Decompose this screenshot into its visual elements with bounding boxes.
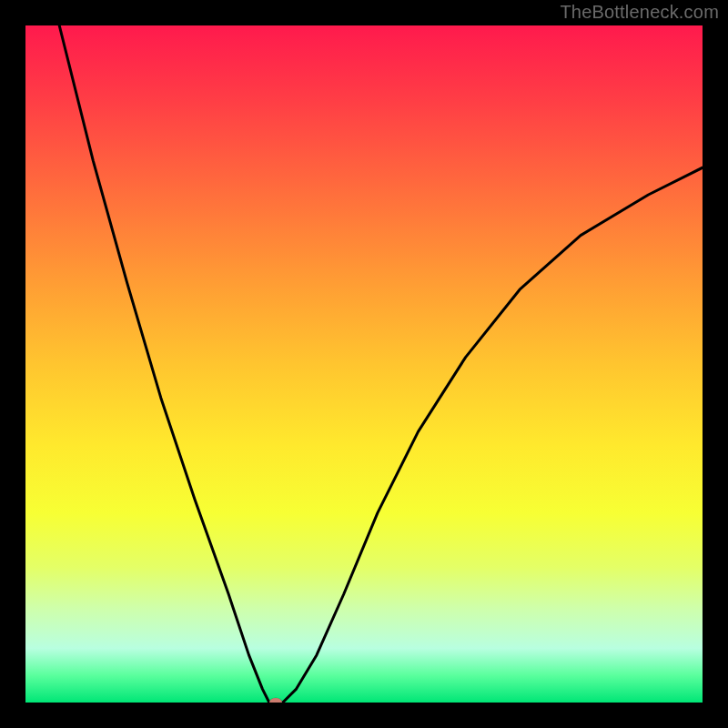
plot-area: [25, 25, 703, 703]
bottleneck-curve-path: [59, 25, 703, 703]
optimal-point-marker: [269, 698, 282, 703]
chart-frame: TheBottleneck.com: [0, 0, 728, 728]
watermark-text: TheBottleneck.com: [560, 2, 719, 23]
curve-svg: [25, 25, 703, 703]
